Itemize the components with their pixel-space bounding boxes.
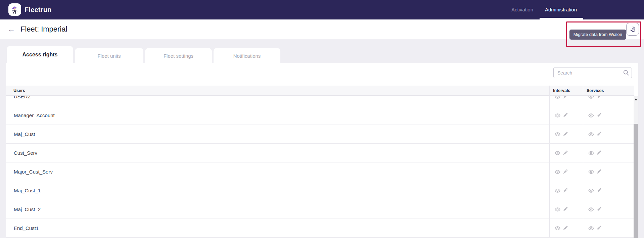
view-icon[interactable] bbox=[555, 96, 560, 99]
user-name: Cust_Serv bbox=[6, 144, 549, 162]
intervals-actions bbox=[549, 162, 583, 181]
edit-icon[interactable] bbox=[563, 113, 568, 118]
view-icon[interactable] bbox=[588, 113, 594, 117]
view-icon[interactable] bbox=[555, 226, 560, 230]
search-input[interactable] bbox=[553, 67, 632, 78]
active-nav-indicator bbox=[540, 18, 583, 19]
view-icon[interactable] bbox=[588, 170, 594, 174]
column-header-services: Services bbox=[583, 86, 634, 96]
user-name: End_Cust1 bbox=[6, 219, 549, 237]
view-icon[interactable] bbox=[555, 207, 560, 211]
edit-icon[interactable] bbox=[563, 188, 568, 193]
services-actions bbox=[583, 96, 634, 106]
content-card: Users Intervals Services USER2Manager_Ac… bbox=[6, 63, 638, 238]
tab-fleet-units[interactable]: Fleet units bbox=[75, 48, 143, 63]
view-icon[interactable] bbox=[588, 151, 594, 155]
view-icon[interactable] bbox=[555, 113, 560, 117]
intervals-actions bbox=[549, 181, 583, 200]
edit-icon[interactable] bbox=[563, 132, 568, 137]
table-row: Maj_Cust_1 bbox=[6, 181, 634, 200]
view-icon[interactable] bbox=[555, 189, 560, 193]
services-actions bbox=[583, 162, 634, 181]
migrate-copy-icon bbox=[629, 26, 636, 33]
table-body: USER2Manager_AccountMaj_CustCust_ServMaj… bbox=[6, 96, 634, 238]
edit-icon[interactable] bbox=[596, 226, 601, 231]
user-name: Major_Cust_Serv bbox=[6, 162, 549, 181]
services-actions bbox=[583, 181, 634, 200]
page-title: Fleet: Imperial bbox=[20, 25, 67, 34]
view-icon[interactable] bbox=[555, 132, 560, 136]
edit-icon[interactable] bbox=[563, 169, 568, 174]
topbar: Fleetrun Activation Administration bbox=[0, 0, 644, 19]
intervals-actions bbox=[549, 144, 583, 162]
page-header: ← Fleet: Imperial bbox=[0, 19, 644, 39]
services-actions bbox=[583, 125, 634, 143]
column-header-intervals: Intervals bbox=[549, 86, 583, 96]
edit-icon[interactable] bbox=[563, 226, 568, 231]
view-icon[interactable] bbox=[588, 207, 594, 211]
view-icon[interactable] bbox=[588, 132, 594, 136]
tab-access-rights[interactable]: Access rights bbox=[7, 46, 73, 63]
services-actions bbox=[583, 200, 634, 219]
services-actions bbox=[583, 144, 634, 162]
edit-icon[interactable] bbox=[596, 188, 601, 193]
nav-item-administration[interactable]: Administration bbox=[545, 0, 577, 19]
view-icon[interactable] bbox=[555, 170, 560, 174]
user-name: Maj_Cust_1 bbox=[6, 181, 549, 200]
view-icon[interactable] bbox=[588, 96, 594, 99]
intervals-actions bbox=[549, 125, 583, 143]
table-row: Maj_Cust bbox=[6, 125, 634, 144]
scrollbar-up-button[interactable] bbox=[634, 97, 638, 101]
table-header: Users Intervals Services bbox=[6, 86, 634, 96]
edit-icon[interactable] bbox=[563, 150, 568, 155]
view-icon[interactable] bbox=[588, 226, 594, 230]
view-icon[interactable] bbox=[588, 189, 594, 193]
vertical-scrollbar[interactable] bbox=[634, 96, 638, 238]
edit-icon[interactable] bbox=[596, 96, 601, 99]
view-icon[interactable] bbox=[555, 151, 560, 155]
nav-item-activation[interactable]: Activation bbox=[511, 0, 533, 19]
services-actions bbox=[583, 219, 634, 237]
intervals-actions bbox=[549, 200, 583, 219]
intervals-actions bbox=[549, 219, 583, 237]
scrollbar-thumb[interactable] bbox=[634, 124, 638, 238]
tooltip: Migrate data from Wialon bbox=[569, 30, 626, 40]
app-window: Fleetrun Activation Administration ← Fle… bbox=[0, 0, 644, 238]
edit-icon[interactable] bbox=[563, 96, 568, 99]
table-row: End_Cust1 bbox=[6, 219, 634, 238]
intervals-actions bbox=[549, 96, 583, 106]
user-name: Maj_Cust_2 bbox=[6, 200, 549, 219]
table-row: Manager_Account bbox=[6, 106, 634, 125]
table-row: USER2 bbox=[6, 96, 634, 106]
brand-name: Fleetrun bbox=[25, 0, 52, 19]
search-icon[interactable] bbox=[623, 70, 629, 76]
user-name: Maj_Cust bbox=[6, 125, 549, 143]
services-actions bbox=[583, 106, 634, 125]
table-row: Maj_Cust_2 bbox=[6, 200, 634, 219]
user-name: USER2 bbox=[6, 96, 549, 106]
edit-icon[interactable] bbox=[596, 132, 601, 137]
edit-icon[interactable] bbox=[563, 207, 568, 212]
arrow-left-icon[interactable]: ← bbox=[7, 26, 15, 33]
table-row: Cust_Serv bbox=[6, 144, 634, 162]
column-header-users: Users bbox=[6, 88, 549, 93]
search-box bbox=[553, 67, 632, 78]
intervals-actions bbox=[549, 106, 583, 125]
tab-notifications[interactable]: Notifications bbox=[214, 48, 280, 63]
edit-icon[interactable] bbox=[596, 169, 601, 174]
edit-icon[interactable] bbox=[596, 150, 601, 155]
tab-fleet-settings[interactable]: Fleet settings bbox=[145, 48, 212, 63]
user-name: Manager_Account bbox=[6, 106, 549, 125]
edit-icon[interactable] bbox=[596, 207, 601, 212]
edit-icon[interactable] bbox=[596, 113, 601, 118]
mechanic-mascot-icon bbox=[10, 5, 20, 15]
table-row: Major_Cust_Serv bbox=[6, 162, 634, 181]
migrate-data-button[interactable] bbox=[626, 23, 639, 36]
fleetrun-logo[interactable] bbox=[8, 3, 21, 16]
